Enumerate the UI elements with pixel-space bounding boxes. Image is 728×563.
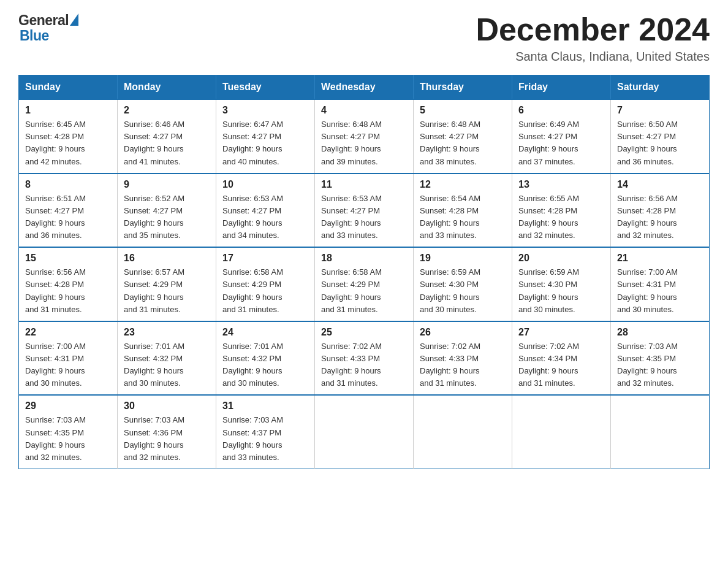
calendar-cell: 9 Sunrise: 6:52 AM Sunset: 4:27 PM Dayli… <box>118 174 216 248</box>
day-info: Sunrise: 7:03 AM Sunset: 4:37 PM Dayligh… <box>222 414 308 464</box>
day-info: Sunrise: 7:02 AM Sunset: 4:33 PM Dayligh… <box>321 340 407 390</box>
calendar-cell: 28 Sunrise: 7:03 AM Sunset: 4:35 PM Dayl… <box>611 321 710 396</box>
day-of-week-header: Thursday <box>414 75 512 100</box>
calendar-cell: 16 Sunrise: 6:57 AM Sunset: 4:29 PM Dayl… <box>118 247 216 321</box>
calendar-cell: 19 Sunrise: 6:59 AM Sunset: 4:30 PM Dayl… <box>414 247 512 321</box>
day-info: Sunrise: 7:01 AM Sunset: 4:32 PM Dayligh… <box>124 340 210 390</box>
day-info: Sunrise: 6:45 AM Sunset: 4:28 PM Dayligh… <box>25 118 111 168</box>
calendar-cell: 6 Sunrise: 6:49 AM Sunset: 4:27 PM Dayli… <box>512 99 611 174</box>
calendar-cell: 10 Sunrise: 6:53 AM Sunset: 4:27 PM Dayl… <box>216 174 315 248</box>
calendar-cell: 25 Sunrise: 7:02 AM Sunset: 4:33 PM Dayl… <box>315 321 414 396</box>
day-number: 22 <box>25 327 111 338</box>
day-number: 8 <box>25 179 111 190</box>
day-number: 24 <box>222 327 308 338</box>
day-info: Sunrise: 6:59 AM Sunset: 4:30 PM Dayligh… <box>518 266 604 316</box>
day-number: 27 <box>518 327 604 338</box>
day-info: Sunrise: 6:57 AM Sunset: 4:29 PM Dayligh… <box>124 266 210 316</box>
day-info: Sunrise: 6:55 AM Sunset: 4:28 PM Dayligh… <box>518 193 604 242</box>
day-of-week-header: Monday <box>118 75 216 100</box>
calendar-cell: 20 Sunrise: 6:59 AM Sunset: 4:30 PM Dayl… <box>512 247 611 321</box>
day-info: Sunrise: 6:58 AM Sunset: 4:29 PM Dayligh… <box>222 266 308 316</box>
logo-triangle-icon <box>70 13 78 26</box>
calendar-cell: 7 Sunrise: 6:50 AM Sunset: 4:27 PM Dayli… <box>611 99 710 174</box>
day-number: 21 <box>617 253 703 264</box>
day-info: Sunrise: 7:02 AM Sunset: 4:33 PM Dayligh… <box>420 340 506 390</box>
calendar-cell: 17 Sunrise: 6:58 AM Sunset: 4:29 PM Dayl… <box>216 247 315 321</box>
day-info: Sunrise: 6:58 AM Sunset: 4:29 PM Dayligh… <box>321 266 407 316</box>
day-info: Sunrise: 6:47 AM Sunset: 4:27 PM Dayligh… <box>222 118 308 168</box>
calendar-cell: 23 Sunrise: 7:01 AM Sunset: 4:32 PM Dayl… <box>118 321 216 396</box>
day-number: 17 <box>222 253 308 264</box>
calendar-cell: 1 Sunrise: 6:45 AM Sunset: 4:28 PM Dayli… <box>19 99 118 174</box>
calendar-week-row: 29 Sunrise: 7:03 AM Sunset: 4:35 PM Dayl… <box>19 395 710 469</box>
day-info: Sunrise: 7:00 AM Sunset: 4:31 PM Dayligh… <box>25 340 111 390</box>
calendar-cell: 31 Sunrise: 7:03 AM Sunset: 4:37 PM Dayl… <box>216 395 315 469</box>
location-text: Santa Claus, Indiana, United States <box>476 50 710 64</box>
day-number: 12 <box>420 179 506 190</box>
calendar-cell: 22 Sunrise: 7:00 AM Sunset: 4:31 PM Dayl… <box>19 321 118 396</box>
calendar-cell: 24 Sunrise: 7:01 AM Sunset: 4:32 PM Dayl… <box>216 321 315 396</box>
day-number: 10 <box>222 179 308 190</box>
day-info: Sunrise: 7:00 AM Sunset: 4:31 PM Dayligh… <box>617 266 703 316</box>
day-number: 16 <box>124 253 210 264</box>
calendar-cell: 30 Sunrise: 7:03 AM Sunset: 4:36 PM Dayl… <box>118 395 216 469</box>
day-number: 5 <box>420 105 506 116</box>
day-number: 25 <box>321 327 407 338</box>
page-header: General Blue December 2024 Santa Claus, … <box>18 12 710 64</box>
calendar-cell <box>611 395 710 469</box>
day-info: Sunrise: 7:03 AM Sunset: 4:35 PM Dayligh… <box>25 414 111 464</box>
day-number: 31 <box>222 400 308 412</box>
day-number: 28 <box>617 327 703 338</box>
day-info: Sunrise: 6:59 AM Sunset: 4:30 PM Dayligh… <box>420 266 506 316</box>
day-number: 3 <box>222 105 308 116</box>
calendar-week-row: 8 Sunrise: 6:51 AM Sunset: 4:27 PM Dayli… <box>19 174 710 248</box>
day-info: Sunrise: 6:49 AM Sunset: 4:27 PM Dayligh… <box>518 118 604 168</box>
calendar-cell: 27 Sunrise: 7:02 AM Sunset: 4:34 PM Dayl… <box>512 321 611 396</box>
day-number: 26 <box>420 327 506 338</box>
day-info: Sunrise: 6:48 AM Sunset: 4:27 PM Dayligh… <box>321 118 407 168</box>
calendar-week-row: 1 Sunrise: 6:45 AM Sunset: 4:28 PM Dayli… <box>19 99 710 174</box>
days-of-week-row: SundayMondayTuesdayWednesdayThursdayFrid… <box>19 75 710 100</box>
day-number: 19 <box>420 253 506 264</box>
day-of-week-header: Tuesday <box>216 75 315 100</box>
calendar-table: SundayMondayTuesdayWednesdayThursdayFrid… <box>18 75 710 469</box>
calendar-cell: 2 Sunrise: 6:46 AM Sunset: 4:27 PM Dayli… <box>118 99 216 174</box>
calendar-body: 1 Sunrise: 6:45 AM Sunset: 4:28 PM Dayli… <box>19 99 710 469</box>
day-number: 30 <box>124 400 210 412</box>
day-number: 18 <box>321 253 407 264</box>
day-number: 29 <box>25 400 111 412</box>
calendar-week-row: 15 Sunrise: 6:56 AM Sunset: 4:28 PM Dayl… <box>19 247 710 321</box>
day-info: Sunrise: 7:03 AM Sunset: 4:35 PM Dayligh… <box>617 340 703 390</box>
calendar-cell: 8 Sunrise: 6:51 AM Sunset: 4:27 PM Dayli… <box>19 174 118 248</box>
day-number: 7 <box>617 105 703 116</box>
logo-blue-text: Blue <box>20 28 49 44</box>
day-of-week-header: Saturday <box>611 75 710 100</box>
day-info: Sunrise: 6:48 AM Sunset: 4:27 PM Dayligh… <box>420 118 506 168</box>
calendar-cell: 5 Sunrise: 6:48 AM Sunset: 4:27 PM Dayli… <box>414 99 512 174</box>
calendar-cell: 26 Sunrise: 7:02 AM Sunset: 4:33 PM Dayl… <box>414 321 512 396</box>
month-title: December 2024 <box>476 12 710 47</box>
day-info: Sunrise: 6:46 AM Sunset: 4:27 PM Dayligh… <box>124 118 210 168</box>
logo: General Blue <box>18 12 80 44</box>
calendar-cell: 4 Sunrise: 6:48 AM Sunset: 4:27 PM Dayli… <box>315 99 414 174</box>
calendar-cell: 3 Sunrise: 6:47 AM Sunset: 4:27 PM Dayli… <box>216 99 315 174</box>
day-info: Sunrise: 6:54 AM Sunset: 4:28 PM Dayligh… <box>420 193 506 242</box>
day-info: Sunrise: 6:50 AM Sunset: 4:27 PM Dayligh… <box>617 118 703 168</box>
day-info: Sunrise: 6:56 AM Sunset: 4:28 PM Dayligh… <box>25 266 111 316</box>
day-number: 1 <box>25 105 111 116</box>
calendar-cell <box>512 395 611 469</box>
day-number: 23 <box>124 327 210 338</box>
day-info: Sunrise: 7:01 AM Sunset: 4:32 PM Dayligh… <box>222 340 308 390</box>
day-info: Sunrise: 6:53 AM Sunset: 4:27 PM Dayligh… <box>321 193 407 242</box>
day-number: 11 <box>321 179 407 190</box>
calendar-cell: 13 Sunrise: 6:55 AM Sunset: 4:28 PM Dayl… <box>512 174 611 248</box>
calendar-cell: 12 Sunrise: 6:54 AM Sunset: 4:28 PM Dayl… <box>414 174 512 248</box>
calendar-cell: 15 Sunrise: 6:56 AM Sunset: 4:28 PM Dayl… <box>19 247 118 321</box>
day-number: 14 <box>617 179 703 190</box>
calendar-cell: 21 Sunrise: 7:00 AM Sunset: 4:31 PM Dayl… <box>611 247 710 321</box>
day-number: 4 <box>321 105 407 116</box>
logo-general-text: General <box>18 12 69 29</box>
calendar-cell <box>315 395 414 469</box>
day-number: 6 <box>518 105 604 116</box>
calendar-week-row: 22 Sunrise: 7:00 AM Sunset: 4:31 PM Dayl… <box>19 321 710 396</box>
